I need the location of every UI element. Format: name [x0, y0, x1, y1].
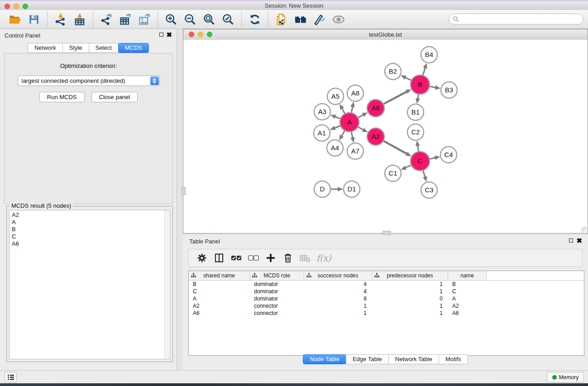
network-window-titlebar[interactable]: testGlobe.txt	[183, 29, 588, 40]
save-session-icon[interactable]	[27, 13, 41, 26]
deselect-all-icon[interactable]	[247, 251, 260, 265]
column-header-predecessor-nodes[interactable]: predecessor nodes	[372, 271, 448, 280]
tab-style[interactable]: Style	[62, 43, 89, 53]
graph-edge[interactable]	[423, 68, 425, 75]
list-item[interactable]: A6	[12, 240, 170, 248]
graph-edge[interactable]	[405, 77, 411, 80]
search-input[interactable]	[459, 15, 574, 23]
result-list-scrollbar[interactable]	[164, 210, 170, 359]
home-icon[interactable]	[294, 13, 307, 26]
splitter-handle[interactable]	[382, 231, 391, 235]
node-table[interactable]: shared nameMCDS rolesuccessor nodesprede…	[188, 271, 584, 356]
float-panel-icon[interactable]	[569, 238, 573, 243]
export-table-icon[interactable]	[119, 13, 132, 26]
table-row[interactable]: Adominator80A	[189, 295, 584, 302]
criterion-dropdown[interactable]: largest connected component (directed)	[18, 76, 160, 86]
table-cell: 4	[304, 281, 372, 287]
table-row[interactable]: Bdominator41B	[189, 281, 584, 288]
run-mcds-button[interactable]: Run MCDS	[39, 92, 85, 102]
graph-edge[interactable]	[351, 106, 353, 112]
table-cell: 1	[304, 303, 372, 309]
delete-column-icon[interactable]	[281, 251, 295, 265]
graph-node-label: A3	[318, 108, 326, 115]
refresh-icon[interactable]	[248, 13, 262, 26]
zoom-in-icon[interactable]	[164, 13, 178, 26]
memory-button[interactable]: Memory	[547, 372, 584, 382]
table-row[interactable]: A6connector11A6	[189, 310, 584, 317]
close-panel-button[interactable]: Close panel	[91, 92, 138, 102]
graph-edge[interactable]	[418, 95, 419, 99]
column-header-successor-nodes[interactable]: successor nodes	[304, 271, 372, 280]
table-panel-title: Table Panel	[189, 238, 220, 245]
graph-edge[interactable]	[358, 127, 363, 130]
graph-edge[interactable]	[430, 158, 435, 159]
zoom-fit-icon[interactable]	[202, 13, 216, 26]
control-panel-header: Control Panel ✖	[0, 29, 177, 42]
table-cell: A6	[189, 310, 250, 316]
select-all-icon[interactable]	[229, 251, 243, 265]
graph-node-label: C4	[444, 151, 453, 158]
network-from-selection-icon[interactable]	[275, 13, 288, 26]
graph-edge[interactable]	[384, 91, 407, 104]
zoom-out-icon[interactable]	[183, 13, 197, 26]
tab-node-table[interactable]: Node Table	[303, 354, 346, 364]
resize-grip[interactable]	[581, 227, 587, 233]
list-item[interactable]: A2	[12, 211, 170, 219]
list-item[interactable]: A	[12, 219, 170, 226]
graph-edge[interactable]	[342, 108, 344, 113]
splitter-handle[interactable]	[182, 187, 186, 195]
graph-edge[interactable]	[405, 165, 411, 168]
graph-edge[interactable]	[351, 132, 353, 138]
hide-details-icon[interactable]	[313, 13, 326, 26]
table-row[interactable]: A2connector11A2	[189, 302, 584, 310]
toolbar-separator	[268, 12, 268, 27]
function-builder-icon[interactable]: f(x)	[316, 253, 331, 263]
table-settings-icon[interactable]	[195, 251, 209, 265]
column-header-name[interactable]: name	[448, 271, 487, 280]
table-tabs: Node Table Edge Table Network Table Moti…	[183, 354, 588, 364]
task-history-button[interactable]	[5, 372, 17, 382]
add-column-icon[interactable]	[264, 251, 277, 265]
search-field[interactable]	[449, 14, 583, 24]
tab-motifs[interactable]: Motifs	[439, 354, 468, 364]
graph-edge[interactable]	[384, 141, 407, 154]
table-row[interactable]: Cdominator41C	[189, 288, 584, 295]
delete-table-icon[interactable]	[298, 251, 312, 265]
graph-edge[interactable]	[358, 115, 363, 118]
open-file-icon[interactable]	[8, 13, 22, 26]
graph-edge[interactable]	[335, 117, 340, 119]
network-canvas[interactable]: B4B2BB3B1A5A8A6A3AA1C2A2A4A7CC4C1C3DD1	[183, 40, 588, 233]
graph-edge[interactable]	[335, 126, 340, 128]
main-titlebar[interactable]: Session: New Session	[0, 1, 588, 10]
zoom-selected-icon[interactable]	[221, 13, 235, 26]
show-details-icon[interactable]	[332, 13, 345, 26]
tab-network[interactable]: Network	[28, 43, 63, 53]
import-table-icon[interactable]	[73, 13, 86, 26]
mcds-result-list[interactable]: A2ABCA6	[9, 210, 170, 359]
graph-edge[interactable]	[423, 171, 425, 177]
memory-status-icon	[552, 375, 557, 380]
export-image-icon[interactable]	[138, 13, 151, 26]
column-header-shared-name[interactable]: shared name	[189, 271, 250, 280]
table-header-row[interactable]: shared nameMCDS rolesuccessor nodesprede…	[189, 271, 584, 281]
graph-edge[interactable]	[418, 146, 419, 152]
graph-edge[interactable]	[430, 86, 436, 87]
close-panel-icon[interactable]: ✖	[576, 237, 582, 245]
graph-node-label: A1	[318, 129, 326, 137]
table-cell: 8	[304, 295, 372, 302]
graph-node-label: D1	[347, 185, 356, 193]
column-header-MCDS-role[interactable]: MCDS role	[250, 271, 304, 280]
export-network-icon[interactable]	[100, 13, 113, 26]
list-item[interactable]: B	[12, 226, 170, 233]
tab-edge-table[interactable]: Edge Table	[346, 354, 389, 364]
tab-network-table[interactable]: Network Table	[388, 354, 439, 364]
import-network-icon[interactable]	[54, 13, 67, 26]
tab-mcds[interactable]: MCDS	[118, 43, 149, 53]
graph-edge[interactable]	[342, 131, 345, 136]
list-item[interactable]: C	[12, 233, 170, 240]
close-panel-icon[interactable]: ✖	[166, 31, 172, 39]
show-columns-icon[interactable]	[212, 251, 226, 265]
tab-select[interactable]: Select	[89, 43, 119, 53]
float-panel-icon[interactable]	[159, 33, 163, 37]
main-toolbar	[0, 10, 588, 29]
